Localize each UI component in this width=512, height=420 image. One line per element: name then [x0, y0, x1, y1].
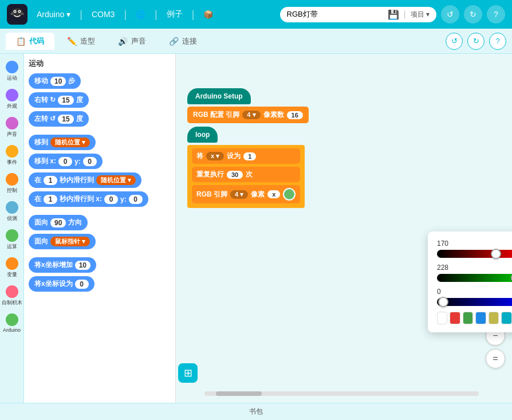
code-tab-icon: 📋 [16, 37, 26, 46]
operators-label: 运算 [7, 243, 17, 250]
block-face-mouse[interactable]: 面向 鼠标指针 ▾ [29, 234, 171, 249]
loop-body: 将 x ▾ 设为 1 重复执行 30 次 RGB 引脚 4 ▾ 像素 x [187, 145, 305, 208]
color-swatches: 🖊 [437, 312, 512, 324]
nav-sep-5: | [404, 9, 406, 19]
loop-hat-block[interactable]: loop [187, 127, 218, 143]
swatch-green[interactable] [463, 312, 473, 324]
rgb-pin-dd[interactable]: 4 ▾ [230, 190, 248, 199]
pixel-var[interactable]: x [267, 190, 280, 198]
red-slider-track[interactable] [437, 250, 512, 258]
save-icon: 💾 [388, 9, 399, 20]
motion-label: 运动 [7, 74, 17, 82]
looks-dot [6, 89, 18, 101]
tab-costume-label: 造型 [80, 36, 95, 46]
custom-label: 自制积木 [2, 299, 22, 307]
sidebar-item-custom[interactable]: 自制积木 [0, 283, 23, 309]
blue-slider-track[interactable] [437, 298, 512, 306]
arduino-menu[interactable]: Arduino ▾ [32, 7, 75, 21]
tab-sound[interactable]: 🔊 声音 [108, 33, 156, 50]
green-slider-track[interactable] [437, 274, 512, 282]
custom-dot [6, 285, 18, 298]
zoom-reset-btn[interactable]: = [486, 349, 505, 368]
red-slider-thumb[interactable] [491, 249, 501, 259]
blue-slider-thumb[interactable] [438, 297, 448, 307]
redo-btn[interactable]: ↻ [467, 33, 485, 50]
bottom-bar-label: 书包 [249, 407, 263, 417]
motion-dot [6, 61, 18, 73]
repeat-block[interactable]: 重复执行 30 次 [192, 167, 300, 182]
nav-sep-3: | [155, 9, 157, 21]
control-dot [6, 173, 18, 186]
block-goto-random[interactable]: 移到 随机位置 ▾ [29, 135, 171, 150]
svg-point-1 [11, 8, 23, 17]
canvas-scrollbar[interactable] [200, 389, 483, 398]
rgb-config-block[interactable]: RGB 配置 引脚 4 ▾ 像素数 16 [187, 107, 309, 123]
block-goto-xy[interactable]: 移到 x: 0 y: 0 [29, 154, 171, 169]
rgb-config-val[interactable]: 16 [287, 111, 303, 119]
rgb-config-pin-dd[interactable]: 4 ▾ [242, 111, 260, 119]
redo-top-btn[interactable]: ↻ [464, 5, 482, 23]
repeat-val[interactable]: 30 [227, 171, 243, 179]
swatch-yellow[interactable] [489, 312, 499, 324]
set-val[interactable]: 1 [243, 152, 256, 160]
canvas-area[interactable]: Arduino Setup RGB 配置 引脚 4 ▾ 像素数 16 loop [176, 54, 512, 403]
sensing-label: 侦测 [7, 215, 17, 222]
rgb-pin-block[interactable]: RGB 引脚 4 ▾ 像素 x [192, 185, 300, 203]
blue-value: 0 [437, 288, 512, 296]
package-btn[interactable]: 📦 [199, 7, 218, 21]
var-dropdown[interactable]: x ▾ [206, 152, 224, 160]
help-btn[interactable]: ? [489, 33, 506, 50]
block-move-steps[interactable]: 移动 10 步 [29, 73, 171, 89]
com-port[interactable]: COM3 [87, 7, 119, 21]
variables-label: 变量 [7, 271, 17, 278]
block-turn-left[interactable]: 左转 ↺ 15 度 [29, 111, 171, 127]
sidebar-item-arduino[interactable]: Arduino [0, 311, 23, 335]
sidebar-item-sensing[interactable]: 侦测 [0, 199, 23, 225]
tab-costume[interactable]: ✏️ 造型 [57, 33, 105, 50]
nav-sep-1: | [80, 9, 82, 21]
search-input[interactable] [287, 10, 383, 19]
block-panel: 运动 移动 10 步 右转 ↻ 15 度 左转 ↺ 15 度 [24, 54, 176, 403]
sound-dot [6, 117, 18, 129]
sidebar-item-variables[interactable]: 变量 [0, 255, 23, 281]
examples-btn[interactable]: 例子 [162, 7, 187, 22]
sidebar-item-control[interactable]: 控制 [0, 171, 23, 197]
tab-connect-label: 连接 [182, 36, 197, 46]
tab-connect[interactable]: 🔗 连接 [159, 33, 207, 50]
block-change-x[interactable]: 将x坐标增加 10 [29, 257, 171, 273]
canvas-blocks: Arduino Setup RGB 配置 引脚 4 ▾ 像素数 16 loop [187, 88, 309, 208]
costume-tab-icon: ✏️ [67, 37, 77, 46]
undo-btn[interactable]: ↺ [446, 33, 463, 50]
block-glide-xy[interactable]: 在 1 秒内滑行到 x: 0 y: 0 [29, 191, 171, 207]
bottom-toolbar-btn[interactable]: ⊞ [178, 363, 198, 383]
sidebar-item-motion[interactable]: 运动 [0, 58, 23, 84]
undo-top-btn[interactable]: ↺ [441, 5, 459, 23]
help-top-btn[interactable]: ? [487, 5, 505, 23]
globe-btn[interactable]: 🌐 [131, 7, 150, 21]
sidebar-item-operators[interactable]: 运算 [0, 227, 23, 253]
block-set-x[interactable]: 将x坐标设为 0 [29, 276, 171, 292]
svg-point-5 [19, 11, 20, 12]
swatch-teal[interactable] [501, 312, 511, 324]
swatch-white[interactable] [437, 312, 447, 324]
rgb-pixels-label: 像素数 [263, 110, 284, 120]
set-var-block[interactable]: 将 x ▾ 设为 1 [192, 148, 300, 164]
events-dot [6, 145, 18, 158]
color-circle[interactable] [283, 188, 296, 201]
project-btn[interactable]: 项目 ▾ [411, 10, 430, 19]
swatch-blue[interactable] [475, 312, 486, 324]
tab-code[interactable]: 📋 代码 [6, 33, 54, 50]
sidebar-item-events[interactable]: 事件 [0, 143, 23, 168]
block-face-direction[interactable]: 面向 90 方向 [29, 215, 171, 230]
bottom-bar: 书包 [0, 403, 512, 420]
block-glide-random[interactable]: 在 1 秒内滑行到 随机位置 ▾ [29, 172, 171, 188]
sidebar-item-looks[interactable]: 外观 [0, 87, 23, 112]
sidebar-item-sound[interactable]: 声音 [0, 115, 23, 140]
block-turn-right[interactable]: 右转 ↻ 15 度 [29, 92, 171, 108]
loop-label: loop [195, 131, 210, 139]
sound-label: 声音 [7, 131, 17, 138]
red-slider-row: 170 [437, 240, 512, 258]
setup-hat-block[interactable]: Arduino Setup [187, 88, 251, 104]
tab-sound-label: 声音 [131, 36, 146, 46]
swatch-red[interactable] [450, 312, 460, 324]
